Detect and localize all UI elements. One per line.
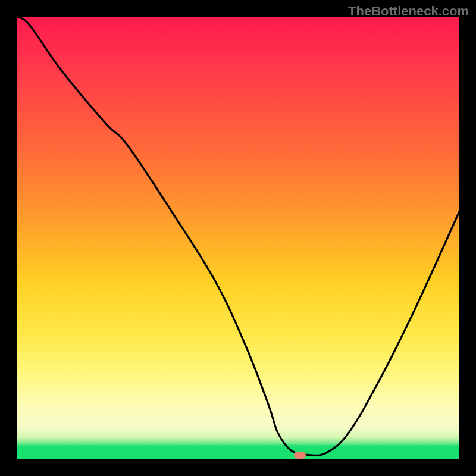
chart-frame: TheBottleneck.com xyxy=(0,0,476,476)
plot-area xyxy=(17,17,459,459)
bottleneck-curve-path xyxy=(17,17,459,455)
optimal-point-marker xyxy=(294,452,306,459)
watermark-text: TheBottleneck.com xyxy=(348,4,469,19)
bottleneck-curve xyxy=(17,17,459,459)
